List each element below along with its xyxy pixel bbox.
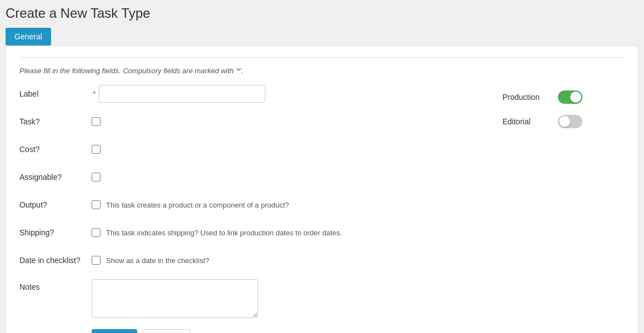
editorial-toggle[interactable] bbox=[558, 115, 582, 128]
shipping-checkbox[interactable] bbox=[92, 228, 100, 237]
editorial-toggle-label: Editorial bbox=[502, 117, 558, 126]
output-row: Output? This task creates a product or a… bbox=[19, 196, 469, 214]
output-field-label: Output? bbox=[19, 200, 92, 209]
label-input[interactable] bbox=[99, 85, 265, 103]
shipping-row: Shipping? This task indicates shipping? … bbox=[19, 224, 469, 241]
label-field-label: Label bbox=[19, 89, 92, 98]
output-checkbox[interactable] bbox=[92, 200, 100, 209]
production-toggle[interactable] bbox=[558, 90, 582, 104]
shipping-field-label: Shipping? bbox=[19, 228, 92, 237]
output-hint: This task creates a product or a compone… bbox=[106, 201, 289, 209]
label-row: Label * bbox=[19, 85, 469, 103]
editorial-toggle-row: Editorial bbox=[502, 115, 625, 128]
general-tab[interactable]: General bbox=[6, 28, 51, 46]
assignable-field-label: Assignable? bbox=[19, 173, 92, 181]
form-buttons: Create Cancel bbox=[92, 329, 469, 333]
notes-textarea[interactable] bbox=[92, 279, 258, 318]
task-checkbox[interactable] bbox=[92, 117, 100, 126]
notes-field-label: Notes bbox=[19, 279, 92, 291]
production-toggle-thumb bbox=[570, 92, 581, 103]
cost-field-label: Cost? bbox=[19, 145, 92, 154]
shipping-hint: This task indicates shipping? Used to li… bbox=[106, 229, 342, 237]
editorial-toggle-thumb bbox=[559, 116, 570, 127]
assignable-checkbox[interactable] bbox=[92, 173, 100, 181]
cost-checkbox[interactable] bbox=[92, 145, 100, 154]
toggles-section: Production Editorial bbox=[502, 85, 625, 333]
notes-row: Notes bbox=[19, 279, 469, 318]
task-field-label: Task? bbox=[19, 117, 92, 126]
cost-row: Cost? bbox=[19, 140, 469, 158]
create-button[interactable]: Create bbox=[92, 329, 137, 333]
production-toggle-label: Production bbox=[502, 93, 558, 102]
production-toggle-row: Production bbox=[502, 90, 625, 104]
cancel-button[interactable]: Cancel bbox=[143, 329, 190, 333]
date-checklist-checkbox[interactable] bbox=[92, 256, 100, 265]
required-indicator: * bbox=[93, 89, 95, 98]
date-checklist-row: Date in checklist? Show as a date in the… bbox=[19, 251, 469, 269]
date-checklist-field-label: Date in checklist? bbox=[19, 256, 92, 265]
task-row: Task? bbox=[19, 113, 469, 130]
assignable-row: Assignable? bbox=[19, 168, 469, 186]
page-title: Create a New Task Type bbox=[6, 6, 638, 21]
form-hint: Please fill in the following fields. Com… bbox=[19, 67, 625, 75]
date-checklist-hint: Show as a date in the checklist? bbox=[106, 256, 209, 265]
